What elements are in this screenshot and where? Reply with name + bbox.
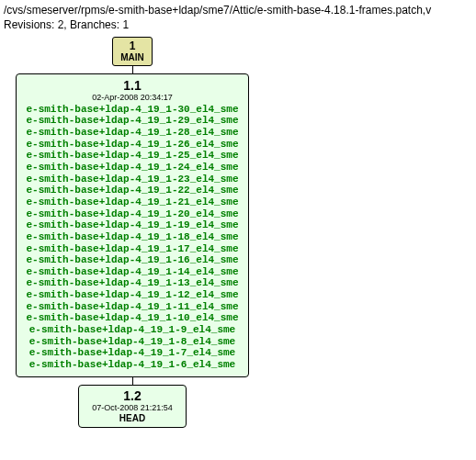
tag-item: e-smith-base+ldap-4_19_1-7_el4_sme xyxy=(26,347,238,359)
revision-date: 02-Apr-2008 20:34:17 xyxy=(26,93,238,102)
tag-item: e-smith-base+ldap-4_19_1-21_el4_sme xyxy=(26,196,238,208)
file-path: /cvs/smeserver/rpms/e-smith-base+ldap/sm… xyxy=(4,4,472,17)
revision-node-2[interactable]: 1.2 07-Oct-2008 21:21:54 HEAD xyxy=(78,385,187,428)
tag-item: e-smith-base+ldap-4_19_1-10_el4_sme xyxy=(26,312,238,324)
tag-item: e-smith-base+ldap-4_19_1-29_el4_sme xyxy=(26,115,238,127)
tag-list: e-smith-base+ldap-4_19_1-30_el4_smee-smi… xyxy=(26,104,238,371)
connector-line xyxy=(132,377,133,385)
tag-item: e-smith-base+ldap-4_19_1-25_el4_sme xyxy=(26,150,238,162)
tag-item: e-smith-base+ldap-4_19_1-9_el4_sme xyxy=(26,324,238,336)
tag-item: e-smith-base+ldap-4_19_1-28_el4_sme xyxy=(26,127,238,139)
tag-item: e-smith-base+ldap-4_19_1-26_el4_sme xyxy=(26,139,238,151)
revision-number: 1.2 xyxy=(92,388,173,403)
tag-item: e-smith-base+ldap-4_19_1-22_el4_sme xyxy=(26,185,238,196)
tag-item: e-smith-base+ldap-4_19_1-17_el4_sme xyxy=(26,243,238,255)
tag-item: e-smith-base+ldap-4_19_1-12_el4_sme xyxy=(26,289,238,301)
tag-item: e-smith-base+ldap-4_19_1-14_el4_sme xyxy=(26,266,238,278)
tag-item: e-smith-base+ldap-4_19_1-8_el4_sme xyxy=(26,336,238,348)
tag-item: e-smith-base+ldap-4_19_1-11_el4_sme xyxy=(26,301,238,313)
revision-node-1[interactable]: 1.1 02-Apr-2008 20:34:17 e-smith-base+ld… xyxy=(16,73,248,376)
tag-item: e-smith-base+ldap-4_19_1-23_el4_sme xyxy=(26,174,238,185)
branch-name: MAIN xyxy=(120,52,144,63)
tag-item: e-smith-base+ldap-4_19_1-20_el4_sme xyxy=(26,208,238,220)
revision-number: 1.1 xyxy=(26,78,238,93)
head-label: HEAD xyxy=(92,413,173,424)
branch-number: 1 xyxy=(120,39,144,52)
connector-line xyxy=(132,66,133,73)
branch-node[interactable]: 1 MAIN xyxy=(112,37,153,66)
revision-date: 07-Oct-2008 21:21:54 xyxy=(92,403,173,412)
tag-item: e-smith-base+ldap-4_19_1-18_el4_sme xyxy=(26,231,238,243)
tag-item: e-smith-base+ldap-4_19_1-24_el4_sme xyxy=(26,162,238,174)
tag-item: e-smith-base+ldap-4_19_1-6_el4_sme xyxy=(26,359,238,371)
tag-item: e-smith-base+ldap-4_19_1-30_el4_sme xyxy=(26,104,238,116)
tag-item: e-smith-base+ldap-4_19_1-19_el4_sme xyxy=(26,219,238,231)
revision-stats: Revisions: 2, Branches: 1 xyxy=(4,18,472,31)
revision-graph: 1 MAIN 1.1 02-Apr-2008 20:34:17 e-smith-… xyxy=(4,37,261,428)
tag-item: e-smith-base+ldap-4_19_1-13_el4_sme xyxy=(26,277,238,289)
tag-item: e-smith-base+ldap-4_19_1-16_el4_sme xyxy=(26,254,238,266)
